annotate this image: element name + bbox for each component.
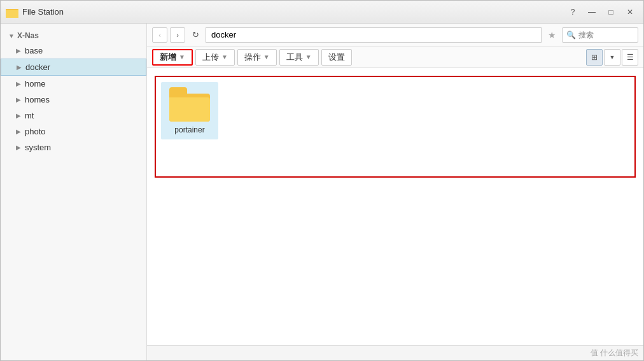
tools-button-label: 工具 (286, 52, 303, 63)
settings-button[interactable]: 设置 (321, 49, 352, 66)
folder-icon (169, 87, 210, 122)
back-button[interactable]: ‹ (152, 27, 167, 43)
forward-button[interactable]: › (170, 27, 185, 43)
upload-button-label: 上传 (202, 52, 219, 63)
file-station-window: File Station ? — □ ✕ ▼ X-Nas ▶ base ▶ do… (0, 0, 644, 361)
address-bar[interactable] (206, 27, 542, 43)
titlebar-controls: ? — □ ✕ (564, 6, 638, 18)
tools-dropdown-arrow: ▼ (305, 53, 312, 60)
sidebar-item-system-label: system (25, 143, 51, 152)
tools-button[interactable]: 工具 ▼ (279, 49, 319, 66)
sidebar-item-mt[interactable]: ▶ mt (1, 108, 146, 124)
sidebar-item-docker[interactable]: ▶ docker (1, 59, 146, 76)
file-item-portainer-label: portainer (174, 125, 204, 134)
upload-dropdown-arrow: ▼ (221, 53, 228, 60)
sidebar-item-base[interactable]: ▶ base (1, 43, 146, 59)
search-box: 🔍 (562, 27, 638, 43)
sidebar-item-base-arrow: ▶ (16, 47, 21, 54)
sidebar-root-text: X-Nas (17, 31, 39, 40)
favorite-button[interactable]: ★ (544, 27, 559, 43)
sidebar-item-docker-arrow: ▶ (17, 64, 22, 71)
new-button-label: 新增 (160, 52, 176, 63)
file-area: portainer (147, 68, 643, 345)
content-area: ‹ › ↻ ★ 🔍 新增 ▼ 上传 ▼ (147, 24, 643, 360)
sidebar-item-mt-arrow: ▶ (16, 112, 21, 119)
sidebar: ▼ X-Nas ▶ base ▶ docker ▶ home ▶ homes ▶… (1, 24, 147, 360)
watermark-text: 值 什么值得买 (591, 348, 638, 358)
titlebar-title: File Station (22, 7, 564, 17)
sidebar-item-docker-label: docker (25, 62, 50, 72)
view-dropdown-arrow: ▼ (610, 54, 615, 60)
svg-rect-2 (6, 10, 18, 18)
status-bar: 值 什么值得买 (147, 345, 643, 360)
sidebar-root-label[interactable]: ▼ X-Nas (1, 29, 146, 43)
list-view-icon: ☰ (627, 53, 634, 62)
sidebar-item-photo-label: photo (25, 127, 46, 136)
sidebar-item-home-label: home (25, 79, 46, 88)
titlebar-app-icon (6, 6, 18, 18)
sidebar-item-mt-label: mt (25, 111, 34, 120)
list-view-button[interactable]: ☰ (622, 49, 638, 66)
action-bar: 新增 ▼ 上传 ▼ 操作 ▼ 工具 ▼ 设置 (147, 46, 643, 68)
sidebar-root-arrow: ▼ (8, 32, 15, 39)
action-button[interactable]: 操作 ▼ (237, 49, 277, 66)
sidebar-item-home[interactable]: ▶ home (1, 76, 146, 92)
new-button[interactable]: 新增 ▼ (152, 49, 193, 66)
file-grid: portainer (155, 76, 636, 178)
sidebar-item-homes-arrow: ▶ (16, 96, 21, 103)
view-buttons: ⊞ ▼ ☰ (586, 49, 638, 66)
new-dropdown-arrow: ▼ (179, 53, 185, 60)
sidebar-item-photo-arrow: ▶ (16, 128, 21, 135)
nav-bar: ‹ › ↻ ★ 🔍 (147, 24, 643, 46)
sidebar-item-homes-label: homes (25, 95, 50, 104)
sidebar-item-base-label: base (25, 46, 43, 55)
main-area: ▼ X-Nas ▶ base ▶ docker ▶ home ▶ homes ▶… (1, 24, 643, 360)
upload-button[interactable]: 上传 ▼ (195, 49, 235, 66)
help-button[interactable]: ? (564, 6, 581, 18)
action-dropdown-arrow: ▼ (263, 53, 270, 60)
sidebar-item-system[interactable]: ▶ system (1, 139, 146, 155)
sidebar-item-home-arrow: ▶ (16, 80, 21, 87)
search-icon: 🔍 (566, 31, 576, 39)
refresh-button[interactable]: ↻ (188, 27, 203, 43)
grid-view-icon: ⊞ (591, 53, 598, 62)
search-input[interactable] (578, 31, 629, 39)
settings-button-label: 设置 (328, 52, 345, 63)
file-item-portainer[interactable]: portainer (161, 82, 218, 139)
view-dropdown-button[interactable]: ▼ (604, 49, 620, 66)
grid-view-button[interactable]: ⊞ (586, 49, 603, 66)
sidebar-item-homes[interactable]: ▶ homes (1, 92, 146, 108)
close-button[interactable]: ✕ (622, 6, 638, 18)
minimize-button[interactable]: — (584, 6, 600, 18)
sidebar-item-photo[interactable]: ▶ photo (1, 124, 146, 139)
folder-front (169, 97, 210, 122)
sidebar-item-system-arrow: ▶ (16, 144, 21, 151)
titlebar: File Station ? — □ ✕ (1, 1, 643, 24)
action-button-label: 操作 (244, 52, 261, 63)
maximize-button[interactable]: □ (603, 6, 619, 18)
